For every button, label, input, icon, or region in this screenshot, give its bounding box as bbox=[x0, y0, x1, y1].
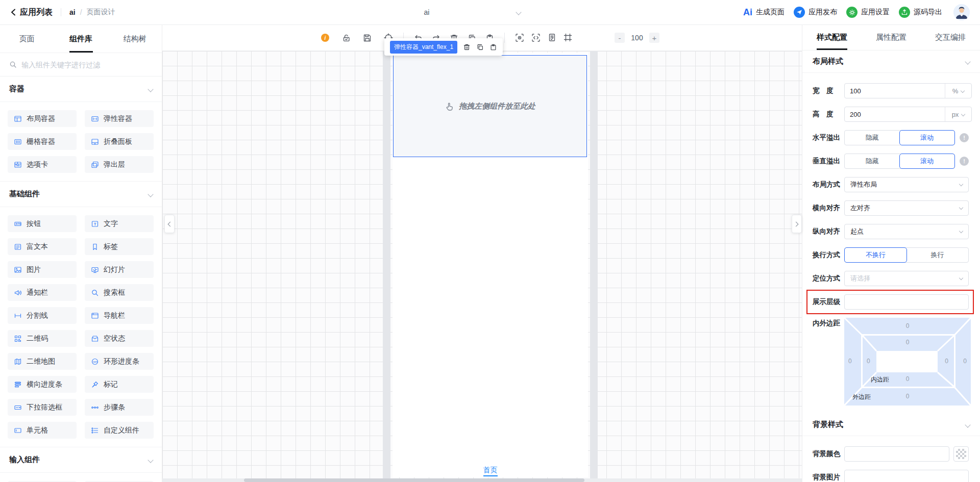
horizontal-scrollbar-thumb[interactable] bbox=[244, 478, 584, 482]
tab-component-library[interactable]: 组件库 bbox=[54, 25, 108, 53]
code-view-icon[interactable] bbox=[531, 33, 541, 42]
horizontal-scrollbar-track[interactable] bbox=[162, 478, 802, 482]
component-item-popup[interactable]: 弹出层 bbox=[85, 156, 154, 173]
save-icon[interactable] bbox=[363, 34, 372, 42]
info-badge-icon[interactable]: i bbox=[321, 33, 330, 42]
export-source-button[interactable]: 源码导出 bbox=[899, 7, 942, 18]
layout-mode-select[interactable]: 弹性布局 bbox=[844, 177, 969, 192]
component-item-button[interactable]: BTN按钮 bbox=[8, 215, 77, 232]
breadcrumb-app[interactable]: ai bbox=[69, 8, 76, 16]
phone-canvas[interactable]: 拖拽左侧组件放至此处 首页 bbox=[393, 53, 588, 477]
component-item-cell[interactable]: 单元格 bbox=[8, 422, 77, 439]
component-item-dropdown-filter[interactable]: 下拉筛选框 bbox=[8, 399, 77, 416]
unlock-icon[interactable] bbox=[342, 34, 351, 42]
doc-check-icon[interactable] bbox=[548, 33, 556, 42]
collapse-left-panel-button[interactable] bbox=[164, 215, 175, 233]
component-item-qrcode[interactable]: 二维码 bbox=[8, 330, 77, 347]
layout-style-section-header[interactable]: 布局样式 bbox=[802, 50, 980, 73]
svg-text:BTN: BTN bbox=[16, 222, 21, 225]
component-item-flex-container[interactable]: 弹性容器 bbox=[85, 110, 154, 127]
component-item-custom-component[interactable]: 自定义组件 bbox=[85, 422, 154, 439]
preview-icon[interactable] bbox=[515, 33, 524, 42]
page-tab-home[interactable]: 首页 bbox=[483, 466, 498, 476]
paste-icon[interactable] bbox=[489, 43, 497, 51]
design-canvas[interactable]: 拖拽左侧组件放至此处 首页 bbox=[162, 51, 802, 482]
box-model-widget[interactable]: 0 0 0 0 0 0 0 0 内边距 外边距 bbox=[844, 318, 971, 405]
app-settings-button[interactable]: 应用设置 bbox=[846, 7, 890, 18]
width-unit-select[interactable]: % bbox=[945, 84, 971, 98]
width-input[interactable] bbox=[845, 87, 945, 95]
publish-app-button[interactable]: 应用发布 bbox=[794, 7, 837, 18]
margin-top-value[interactable]: 0 bbox=[844, 322, 971, 329]
selected-component-chip[interactable]: 弹性容器_vant_flex_1 bbox=[390, 41, 457, 54]
canvas-right-scrollbar[interactable] bbox=[590, 51, 598, 482]
component-item-navbar[interactable]: 导航栏 bbox=[85, 307, 154, 324]
component-item-layout-container[interactable]: 布局容器 bbox=[8, 110, 77, 127]
h-overflow-option-scroll[interactable]: 滚动 bbox=[899, 130, 955, 145]
z-index-input[interactable] bbox=[845, 298, 968, 306]
component-item-steps[interactable]: 步骤条 bbox=[85, 399, 154, 416]
height-input[interactable] bbox=[845, 111, 945, 118]
bg-image-input[interactable] bbox=[845, 474, 968, 481]
component-item-marker[interactable]: 标记 bbox=[85, 376, 154, 393]
selected-flex-container[interactable]: 拖拽左侧组件放至此处 bbox=[393, 55, 587, 157]
padding-top-value[interactable]: 0 bbox=[844, 339, 971, 346]
background-style-section-header[interactable]: 背景样式 bbox=[802, 414, 980, 436]
component-item-grid-container[interactable]: 栅格容器 bbox=[8, 133, 77, 150]
page-select[interactable]: ai bbox=[337, 5, 521, 20]
component-item-search-box[interactable]: 搜索框 bbox=[85, 284, 154, 301]
back-to-app-list[interactable]: 应用列表 bbox=[10, 7, 53, 18]
component-item-notice-bar[interactable]: 通知栏 bbox=[8, 284, 77, 301]
component-item-richtext[interactable]: 富文本 bbox=[8, 238, 77, 255]
wrap-option-wrap[interactable]: 换行 bbox=[906, 248, 968, 262]
zoom-in-button[interactable]: + bbox=[649, 33, 659, 43]
component-item-slideshow[interactable]: 幻灯片 bbox=[85, 261, 154, 278]
component-item-tag[interactable]: 标签 bbox=[85, 238, 154, 255]
tab-interaction[interactable]: 交互编排 bbox=[921, 25, 980, 50]
tab-props-config[interactable]: 属性配置 bbox=[862, 25, 921, 50]
component-item-text[interactable]: T文字 bbox=[85, 215, 154, 232]
component-item-collapse-panel[interactable]: 折叠面板 bbox=[85, 133, 154, 150]
tab-structure-tree[interactable]: 结构树 bbox=[108, 25, 162, 53]
component-item-image[interactable]: 图片 bbox=[8, 261, 77, 278]
v-overflow-option-hide[interactable]: 隐藏 bbox=[845, 154, 900, 168]
zoom-out-button[interactable]: - bbox=[615, 33, 625, 43]
margin-right-value[interactable]: 0 bbox=[963, 358, 967, 365]
tab-style-config[interactable]: 样式配置 bbox=[802, 25, 862, 50]
color-picker-swatch[interactable] bbox=[953, 446, 969, 462]
bg-color-input[interactable] bbox=[845, 450, 949, 458]
canvas-left-scrollbar[interactable] bbox=[383, 51, 390, 482]
section-header-containers[interactable]: 容器 bbox=[0, 77, 162, 102]
component-item-divider[interactable]: 分割线 bbox=[8, 307, 77, 324]
info-icon[interactable]: ! bbox=[960, 133, 969, 142]
collapse-right-panel-button[interactable] bbox=[792, 215, 802, 233]
padding-right-value[interactable]: 0 bbox=[945, 358, 948, 365]
user-avatar[interactable] bbox=[953, 4, 970, 20]
info-icon[interactable]: ! bbox=[960, 157, 969, 166]
frame-icon[interactable] bbox=[564, 33, 572, 42]
section-header-basic[interactable]: 基础组件 bbox=[0, 182, 162, 207]
v-align-select[interactable]: 起点 bbox=[844, 224, 969, 239]
component-item-tabs[interactable]: Tab选项卡 bbox=[8, 156, 77, 173]
field-width: 宽 度 % bbox=[813, 83, 969, 98]
padding-bottom-value[interactable]: 0 bbox=[844, 375, 971, 383]
component-item-circle-progress[interactable]: 100%环形进度条 bbox=[85, 353, 154, 370]
copy-icon[interactable] bbox=[476, 43, 484, 51]
v-overflow-option-scroll[interactable]: 滚动 bbox=[899, 154, 955, 169]
component-item-progress-bar[interactable]: 横向进度条 bbox=[8, 376, 77, 393]
wrap-option-nowrap[interactable]: 不换行 bbox=[844, 247, 907, 263]
h-overflow-option-hide[interactable]: 隐藏 bbox=[845, 131, 900, 145]
padding-left-value[interactable]: 0 bbox=[867, 358, 870, 365]
position-select[interactable]: 请选择 bbox=[844, 271, 969, 286]
h-align-select[interactable]: 左对齐 bbox=[844, 200, 969, 216]
trash-icon[interactable] bbox=[463, 43, 471, 51]
search-input[interactable] bbox=[21, 61, 153, 69]
margin-left-value[interactable]: 0 bbox=[848, 358, 852, 365]
section-header-input[interactable]: 输入组件 bbox=[0, 447, 162, 473]
height-unit-select[interactable]: px bbox=[945, 107, 971, 121]
chevron-down-icon bbox=[959, 275, 963, 280]
component-item-empty-state[interactable]: 空状态 bbox=[85, 330, 154, 347]
tab-pages[interactable]: 页面 bbox=[0, 25, 54, 53]
generate-page-button[interactable]: Ai 生成页面 bbox=[743, 7, 785, 18]
component-item-map[interactable]: 二维地图 bbox=[8, 353, 77, 370]
